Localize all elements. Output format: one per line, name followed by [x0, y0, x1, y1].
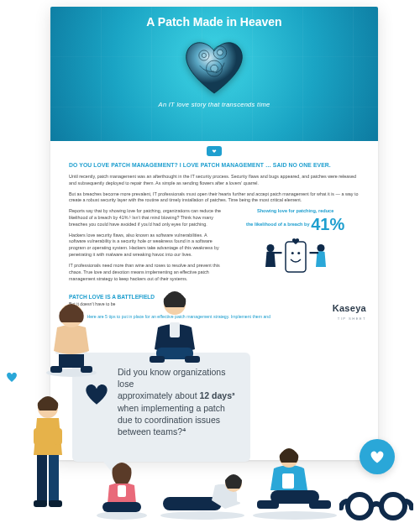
svg-rect-17: [50, 366, 62, 373]
svg-rect-29: [34, 428, 42, 445]
svg-point-1: [202, 53, 206, 57]
section2-heading: PATCH LOVE IS A BATTLEFIELD: [69, 293, 360, 301]
svg-rect-22: [185, 356, 200, 363]
bubble-line: between teams?⁴: [118, 426, 235, 437]
brand-name: Kaseya: [333, 302, 366, 316]
svg-point-5: [211, 65, 218, 72]
svg-rect-38: [237, 490, 245, 502]
people-phone-illustration: [231, 238, 360, 279]
bubble-line: due to coordination issues: [118, 414, 235, 426]
section2-sub: But it doesn't have to be: [69, 301, 360, 308]
stat-value: 41%: [311, 214, 344, 235]
svg-rect-6: [286, 242, 306, 272]
svg-point-39: [253, 511, 337, 520]
paragraph: But as breaches become more prevalent, I…: [69, 191, 360, 205]
svg-rect-23: [170, 322, 180, 337]
svg-rect-27: [34, 500, 47, 507]
stat-block: Showing love for patching, reduce the li…: [231, 208, 360, 279]
heart-icon: [5, 371, 18, 386]
svg-point-3: [217, 50, 223, 55]
svg-rect-12: [309, 252, 318, 254]
paragraph: Until recently, patch management was an …: [69, 174, 360, 187]
bubble-line: approximately about 12 days³: [118, 390, 235, 401]
svg-point-8: [297, 252, 300, 254]
heart-chip-icon: [360, 439, 395, 474]
bubble-line: Did you know organizations lose: [118, 366, 235, 390]
person-lying-icon: [156, 463, 249, 520]
svg-rect-25: [37, 455, 47, 502]
svg-rect-44: [282, 473, 294, 489]
person-laptop-icon: [34, 285, 109, 378]
heart-badge-icon: [207, 146, 222, 156]
svg-rect-34: [118, 485, 126, 497]
svg-rect-42: [309, 500, 331, 509]
headline: DO YOU LOVE PATCH MANAGEMENT? I LOVE PAT…: [69, 161, 360, 170]
paragraph: Reports say that by showing love for pat…: [69, 208, 223, 228]
hero-banner: A Patch Made in Heaven: [50, 7, 378, 141]
svg-point-46: [381, 494, 405, 518]
svg-point-11: [317, 244, 324, 252]
person-sitting-woman-icon: [92, 460, 151, 520]
hero-subtitle: An IT love story that transcends time: [50, 99, 378, 107]
svg-point-9: [266, 244, 274, 252]
svg-rect-33: [102, 502, 141, 512]
svg-rect-18: [81, 366, 92, 373]
svg-rect-30: [54, 428, 62, 445]
svg-point-7: [291, 252, 293, 254]
svg-rect-26: [49, 455, 59, 502]
svg-rect-21: [150, 356, 165, 363]
person-seated-man-icon: [249, 445, 341, 520]
person-sitting-phone-icon: [141, 275, 208, 368]
svg-rect-43: [257, 500, 279, 509]
bubble-line: when implementing a patch: [118, 402, 235, 414]
svg-point-31: [97, 511, 147, 520]
brand-block: Kaseya TIP SHEET: [333, 302, 366, 322]
heart-icon: [82, 381, 111, 406]
mechanical-heart-icon: [177, 34, 251, 99]
hero-title: A Patch Made in Heaven: [50, 7, 378, 29]
person-standing-icon: [18, 391, 77, 517]
glasses-icon: [339, 489, 413, 521]
stat-title-line: the likelihood of a breach by: [246, 222, 310, 227]
paragraph: Hackers love security flaws, also known …: [69, 233, 223, 259]
svg-rect-10: [273, 252, 282, 254]
stat-title-line: Showing love for patching, reduce: [257, 208, 333, 213]
svg-point-35: [160, 511, 244, 520]
svg-point-45: [348, 494, 371, 518]
svg-rect-28: [49, 500, 62, 507]
brand-subtitle: TIP SHEET: [333, 316, 366, 322]
